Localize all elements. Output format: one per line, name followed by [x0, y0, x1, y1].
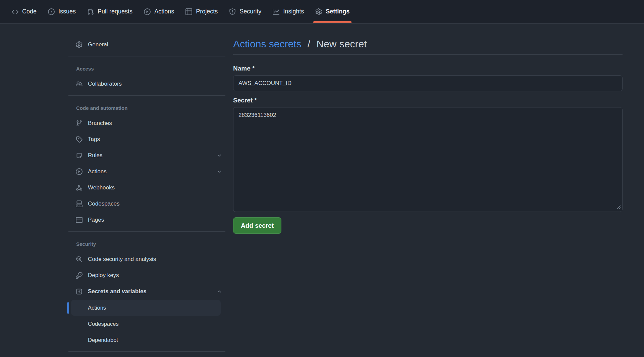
- name-field-label: Name *: [233, 65, 623, 72]
- sidebar-item-label: Collaborators: [88, 81, 122, 87]
- sidebar-item-codespaces[interactable]: Codespaces: [68, 196, 225, 212]
- chevron-down-icon: [217, 153, 222, 158]
- sidebar-item-label: Deploy keys: [88, 272, 119, 279]
- settings-sidebar: General Access Collaborators Code and au…: [68, 24, 225, 355]
- rules-icon: [75, 152, 83, 159]
- resize-handle-icon[interactable]: [616, 205, 621, 210]
- shield-icon: [229, 8, 236, 15]
- git-pull-request-icon: [87, 8, 94, 15]
- sidebar-section-security: Security: [68, 236, 225, 251]
- secret-textarea-wrap: 283236113602: [233, 107, 623, 212]
- browser-icon: [75, 217, 83, 223]
- sidebar-item-deploy-keys[interactable]: Deploy keys: [68, 267, 225, 283]
- sidebar-item-code-security[interactable]: Code security and analysis: [68, 251, 225, 267]
- tab-label: Issues: [58, 8, 76, 15]
- sidebar-item-webhooks[interactable]: Webhooks: [68, 180, 225, 196]
- sidebar-item-label: Rules: [88, 152, 102, 159]
- secret-field-label: Secret *: [233, 97, 623, 104]
- play-icon: [144, 8, 151, 15]
- tab-security[interactable]: Security: [224, 0, 266, 23]
- secret-value-textarea[interactable]: 283236113602: [233, 107, 623, 212]
- tab-label: Projects: [196, 8, 218, 15]
- secret-name-input[interactable]: [233, 75, 623, 91]
- sidebar-item-pages[interactable]: Pages: [68, 212, 225, 228]
- sidebar-item-label: Secrets and variables: [88, 288, 147, 295]
- selected-indicator-bar: [67, 302, 69, 314]
- tab-label: Security: [239, 8, 261, 15]
- sidebar-item-secrets-and-variables[interactable]: Secrets and variables: [68, 283, 225, 300]
- play-icon: [75, 168, 83, 175]
- active-tab-underline: [313, 21, 352, 23]
- tag-icon: [75, 136, 83, 143]
- divider: [233, 54, 623, 55]
- tab-settings[interactable]: Settings: [310, 0, 355, 23]
- tab-label: Settings: [326, 8, 350, 15]
- gear-icon: [315, 8, 322, 15]
- actions-secrets-breadcrumb-link[interactable]: Actions secrets: [233, 38, 301, 49]
- sidebar-item-collaborators[interactable]: Collaborators: [68, 76, 225, 92]
- tab-label: Insights: [283, 8, 304, 15]
- secrets-icon: [75, 288, 83, 295]
- sidebar-item-tags[interactable]: Tags: [68, 131, 225, 147]
- sidebar-section-code-automation: Code and automation: [68, 100, 225, 115]
- tab-issues[interactable]: Issues: [43, 0, 81, 23]
- sidebar-subitem-codespaces[interactable]: Codespaces: [71, 316, 221, 332]
- settings-content: Actions secrets / New secret Name * Secr…: [233, 24, 623, 234]
- graph-icon: [273, 8, 279, 15]
- sidebar-item-rules[interactable]: Rules: [68, 147, 225, 164]
- repo-settings-page: Code Issues Pull requests Actions Projec: [0, 0, 644, 357]
- tab-projects[interactable]: Projects: [180, 0, 223, 23]
- sidebar-item-label: Actions: [88, 168, 107, 175]
- sidebar-item-label: Pages: [88, 217, 104, 223]
- tab-actions[interactable]: Actions: [139, 0, 179, 23]
- tab-label: Pull requests: [98, 8, 132, 15]
- key-icon: [75, 272, 83, 279]
- divider: [68, 56, 225, 56]
- divider: [68, 95, 225, 96]
- breadcrumb-current: New secret: [316, 38, 367, 49]
- divider: [68, 351, 225, 352]
- git-branch-icon: [75, 120, 83, 127]
- codespaces-icon: [75, 200, 83, 207]
- divider: [68, 231, 225, 232]
- sidebar-item-label: Code security and analysis: [88, 256, 156, 263]
- sidebar-subitem-dependabot[interactable]: Dependabot: [71, 332, 221, 348]
- sidebar-item-label: Codespaces: [88, 321, 119, 327]
- codescan-icon: [75, 256, 83, 263]
- webhook-icon: [75, 184, 83, 191]
- sidebar-section-access: Access: [68, 61, 225, 76]
- sidebar-item-branches[interactable]: Branches: [68, 115, 225, 131]
- chevron-up-icon: [217, 289, 222, 294]
- chevron-down-icon: [217, 169, 222, 174]
- sidebar-item-label: General: [88, 41, 108, 48]
- table-icon: [185, 8, 192, 15]
- sidebar-item-actions[interactable]: Actions: [68, 164, 225, 180]
- add-secret-button[interactable]: Add secret: [233, 217, 281, 234]
- sidebar-item-label: Branches: [88, 120, 112, 127]
- sidebar-item-label: Codespaces: [88, 200, 120, 207]
- breadcrumb-separator: /: [308, 38, 310, 49]
- sidebar-item-label: Tags: [88, 136, 100, 143]
- issue-opened-icon: [48, 8, 55, 15]
- tab-insights[interactable]: Insights: [268, 0, 309, 23]
- sidebar-item-label: Webhooks: [88, 184, 115, 191]
- tab-pull-requests[interactable]: Pull requests: [82, 0, 138, 23]
- tab-label: Actions: [154, 8, 174, 15]
- code-icon: [12, 8, 18, 15]
- page-title: Actions secrets / New secret: [233, 38, 623, 50]
- tab-label: Code: [22, 8, 37, 15]
- people-icon: [75, 81, 83, 87]
- sidebar-subitem-actions[interactable]: Actions: [71, 300, 221, 316]
- sidebar-item-label: Actions: [88, 305, 106, 311]
- sidebar-item-label: Dependabot: [88, 337, 118, 343]
- gear-icon: [75, 41, 83, 48]
- repo-tab-bar: Code Issues Pull requests Actions Projec: [0, 0, 644, 24]
- sidebar-item-general[interactable]: General: [68, 37, 225, 53]
- tab-code[interactable]: Code: [7, 0, 42, 23]
